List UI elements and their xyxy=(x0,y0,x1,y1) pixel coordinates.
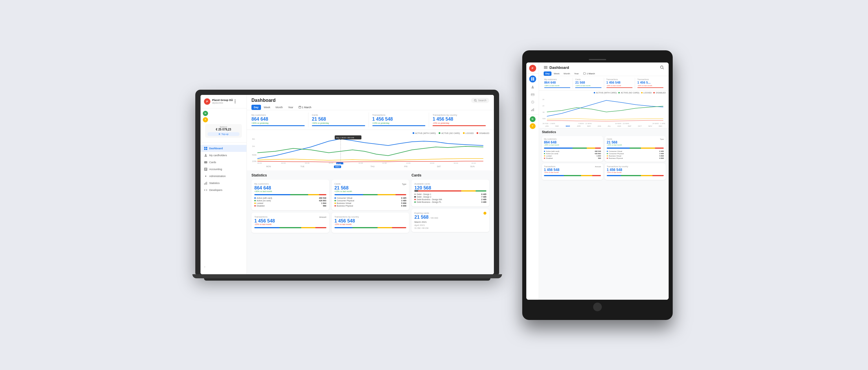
svg-rect-57 xyxy=(584,72,586,74)
svg-text:3m: 3m xyxy=(252,138,255,140)
svg-rect-17 xyxy=(299,106,301,108)
tablet-month-labels: JAN FEB MAR APR MAY JUN JUL AUG SEP OCT … xyxy=(542,125,666,127)
tablet-type-filter[interactable]: Type xyxy=(657,138,664,140)
tablet-kpi-row: My customers 864 648 +30% vs last month … xyxy=(539,76,669,91)
tab-month[interactable]: Month xyxy=(273,105,285,110)
nav-statistics[interactable]: Statistics xyxy=(200,180,247,187)
tab-bar: Day Week Month Year 1 March xyxy=(247,103,494,110)
tablet-chart: 3H 2H 1M 500k 28 FEB - 1 MAR 8 xyxy=(539,95,669,128)
tablet-avatar-y: Y xyxy=(530,123,535,129)
transactions-bar xyxy=(254,227,327,228)
tablet-stat-cards: Cards Type 21 568 +10% vs last month xyxy=(605,136,666,162)
svg-rect-0 xyxy=(204,147,206,148)
svg-rect-41 xyxy=(531,77,532,79)
tablet-stat-customers: My customers 864 648 +30% vs last month … xyxy=(542,136,603,162)
svg-text:3H: 3H xyxy=(542,98,545,100)
amount-filter[interactable]: Amount xyxy=(316,216,327,218)
date-chip: 1 March xyxy=(299,106,312,109)
tablet-sidebar: P xyxy=(526,62,539,300)
svg-rect-44 xyxy=(533,79,534,81)
search-box[interactable]: Search xyxy=(471,98,489,103)
svg-rect-2 xyxy=(204,148,206,150)
company-name: Placet Group OÜ xyxy=(212,99,233,102)
tab-year[interactable]: Year xyxy=(286,105,296,110)
svg-text:1m: 1m xyxy=(252,145,255,148)
svg-point-11 xyxy=(205,175,207,177)
tablet-kpi-transactions: Transactions 1 456 548 -15% vs last mont… xyxy=(604,78,635,89)
company-header: P Placet Group OÜ @placetee xyxy=(200,98,247,109)
type-filter[interactable]: Type xyxy=(399,183,406,185)
avatar-p: P xyxy=(204,98,210,105)
svg-rect-42 xyxy=(533,77,534,79)
tablet-person-icon[interactable] xyxy=(530,84,535,90)
tablet-home-button[interactable] xyxy=(593,303,602,311)
main-nav: Dashboard My cardholders Cards Acco xyxy=(200,145,247,193)
avatar-y: Y xyxy=(203,117,208,122)
company-handle: @placetee xyxy=(212,101,233,104)
available-cards-bar xyxy=(414,190,486,191)
tablet-expand-icon[interactable] xyxy=(530,291,535,298)
svg-rect-3 xyxy=(206,148,208,150)
tablet-apps-icon[interactable] xyxy=(529,75,536,83)
nav-dashboard[interactable]: Dashboard xyxy=(200,145,247,152)
svg-rect-51 xyxy=(533,108,534,111)
svg-text:May 1 08:00 • 864 648: May 1 08:00 • 864 648 xyxy=(336,136,354,138)
svg-rect-12 xyxy=(204,183,205,185)
tablet-tab-year[interactable]: Year xyxy=(572,71,580,76)
cards-stats-panel: x Cards Type xyxy=(332,173,409,233)
svg-rect-49 xyxy=(531,110,531,111)
tablet-chart-svg: 3H 2H 1M 500k xyxy=(542,96,666,122)
tab-week[interactable]: Week xyxy=(261,105,273,110)
svg-rect-13 xyxy=(206,182,206,185)
tablet-kpi-cards: Cards 21 568 +10% vs last month xyxy=(573,78,604,89)
tablet-screen: P xyxy=(526,62,669,300)
more-menu[interactable] xyxy=(235,99,239,103)
svg-rect-6 xyxy=(204,162,208,162)
nav-developers[interactable]: Developers xyxy=(200,187,247,193)
laptop-device: P Placet Group OÜ @placetee N Y xyxy=(195,90,499,281)
nav-cards[interactable]: Cards xyxy=(200,159,247,166)
tablet-stat-country: Transactions by country 1 456 548 -15% v… xyxy=(605,163,666,180)
tab-day[interactable]: Day xyxy=(251,105,261,110)
warning-icon xyxy=(484,212,486,215)
stat-transactions-by-country: Transactions by country 1 456 548 -15% v… xyxy=(332,213,409,233)
tablet-tab-month[interactable]: Month xyxy=(562,71,572,76)
tablet-device: P xyxy=(522,50,673,320)
tablet-stat-transactions: Transactions Amount 1 456 548 -15% vs la… xyxy=(542,163,603,180)
svg-point-15 xyxy=(474,99,476,101)
tablet-grid-icon[interactable] xyxy=(530,107,535,113)
kpi-row: My customers 864 648 +30% vs yesterday C… xyxy=(247,110,494,130)
nav-cardholders[interactable]: My cardholders xyxy=(200,152,247,159)
svg-point-55 xyxy=(660,66,663,68)
svg-text:10:00: 10:00 xyxy=(359,162,363,164)
tablet-search-icon[interactable] xyxy=(660,65,664,69)
tablet-amount-filter[interactable]: Amount xyxy=(592,166,601,168)
tablet-clock-icon[interactable] xyxy=(530,99,535,105)
laptop-screen: P Placet Group OÜ @placetee N Y xyxy=(200,95,494,274)
tablet-chart-legend: ACTIVE (WITH CARD) ACTIVE (NO CARD) LOCK… xyxy=(539,91,669,95)
page-title: Dashboard xyxy=(251,98,276,103)
expiring-cards: Expiring cards 21 568 / 99 000 March 202… xyxy=(411,209,489,232)
tablet-kpi-customers: My customers 864 648 +30% vs last month xyxy=(542,78,573,89)
nav-accounting[interactable]: Accounting xyxy=(200,166,247,173)
sidebar: P Placet Group OÜ @placetee N Y xyxy=(200,95,247,274)
tablet-avatar-p: P xyxy=(529,65,536,72)
customers-bar xyxy=(254,194,327,195)
svg-text:20:00: 20:00 xyxy=(471,162,476,164)
svg-text:00:00: 00:00 xyxy=(257,162,262,164)
tablet-chart-x-labels: 28 FEB - 1 MAR 8 MAR - 15 MAR 16 MAR - 2… xyxy=(542,123,666,124)
nav-administration[interactable]: Administration xyxy=(200,173,247,180)
balance-label: Balance xyxy=(208,126,240,128)
tablet-card-icon[interactable] xyxy=(530,92,535,97)
line-chart-area: ACTIVE (WITH CARD) ACTIVE (NO CARD) LOCK… xyxy=(247,130,494,171)
tablet-tab-week[interactable]: Week xyxy=(552,71,561,76)
svg-text:18:00: 18:00 xyxy=(454,162,458,164)
avatar-n: N xyxy=(203,111,208,116)
topup-button[interactable]: ⊕ Top-up xyxy=(208,132,240,136)
svg-text:500k: 500k xyxy=(542,118,546,119)
balance-box: Balance € 25 079,23 ⊕ Top-up xyxy=(205,124,242,138)
help-link[interactable]: ? xyxy=(200,264,247,271)
tablet-tab-day[interactable]: Day xyxy=(544,71,552,76)
chart-legend: ACTIVE (WITH CARD) ACTIVE (NO CARD) LOCK… xyxy=(251,132,489,134)
topbar: Dashboard Search xyxy=(247,95,494,103)
